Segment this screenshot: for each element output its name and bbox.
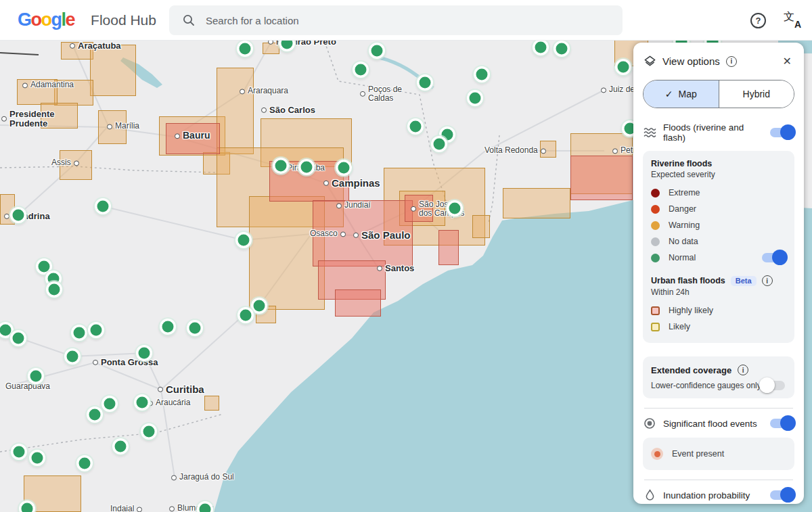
gauge-marker[interactable] [618, 62, 629, 73]
gauge-marker[interactable] [32, 452, 43, 464]
extended-coverage-card: Extended coverage i Lower-confidence gau… [643, 356, 794, 398]
logo-letter: e [66, 9, 75, 30]
gauge-marker[interactable] [420, 77, 431, 89]
gauge-marker[interactable] [0, 325, 12, 336]
normal-gauges-toggle[interactable] [762, 253, 785, 262]
close-icon[interactable]: ✕ [780, 53, 794, 69]
gauge-marker[interactable] [22, 503, 33, 512]
events-toggle[interactable] [770, 419, 793, 428]
flood-warning-area [17, 79, 58, 105]
divider [644, 480, 793, 480]
severity-label: Warning [669, 220, 786, 230]
severity-legend-row: Warning [651, 217, 786, 233]
gauge-marker[interactable] [30, 371, 42, 382]
gauge-marker[interactable] [556, 43, 568, 55]
inundation-toggle[interactable] [770, 490, 793, 500]
riverine-title: Riverine floods [651, 159, 786, 168]
gauge-marker[interactable] [162, 321, 174, 333]
layers-icon [643, 55, 656, 68]
floods-layer-label: Floods (riverine and flash) [663, 122, 763, 143]
gauge-marker[interactable] [434, 139, 445, 150]
floods-toggle[interactable] [770, 128, 793, 137]
gauge-marker[interactable] [79, 458, 91, 469]
flood-warning-area [0, 194, 15, 225]
urban-info-icon[interactable]: i [762, 275, 773, 286]
severity-legend-row: Danger [651, 201, 786, 217]
urban-title: Urban flash floods [651, 276, 725, 285]
gauge-marker[interactable] [189, 323, 201, 334]
gauge-marker[interactable] [338, 162, 350, 174]
urban-legend-row: Likely [651, 319, 786, 335]
severity-label: Extreme [669, 188, 786, 197]
divider [644, 408, 793, 409]
gauge-marker[interactable] [48, 273, 60, 285]
flood-danger-area [438, 230, 459, 265]
google-logo: Google [18, 11, 74, 29]
search-bar[interactable] [169, 5, 623, 35]
logo-letter: g [51, 9, 62, 30]
help-icon[interactable]: ? [750, 13, 766, 28]
gauge-marker[interactable] [13, 210, 24, 221]
gauge-marker[interactable] [238, 235, 250, 246]
gauge-marker[interactable] [355, 64, 367, 76]
gauge-marker[interactable] [143, 426, 155, 438]
event-present-label: Event present [672, 449, 786, 459]
severity-legend-row: No data [651, 233, 786, 250]
events-layer-label: Significant flood events [663, 419, 763, 429]
severity-label: Danger [669, 204, 786, 214]
severity-label: No data [669, 237, 786, 246]
gauge-marker[interactable] [97, 201, 109, 212]
severity-swatch [651, 254, 660, 262]
logo-letter: o [31, 9, 41, 30]
riverine-subtitle: Expected severity [651, 170, 786, 179]
gauge-marker[interactable] [49, 284, 60, 296]
extended-coverage-title: Extended coverage [651, 365, 731, 375]
event-icon [643, 417, 656, 429]
flood-warning-area [503, 188, 570, 218]
flood-danger-area [405, 195, 433, 222]
extended-coverage-toggle[interactable] [762, 381, 785, 390]
language-icon[interactable]: 文A [784, 11, 801, 29]
gauge-marker[interactable] [89, 409, 101, 421]
urban-swatch [651, 306, 660, 315]
gauge-marker[interactable] [442, 129, 453, 141]
gauge-marker[interactable] [240, 43, 251, 55]
gauge-marker[interactable] [410, 121, 422, 133]
gauge-marker[interactable] [254, 300, 265, 312]
flood-danger-area [166, 123, 220, 154]
tab-map[interactable]: ✓ Map [644, 80, 719, 108]
search-input[interactable] [204, 14, 572, 27]
severity-legend-row: Extreme [651, 185, 786, 201]
gauge-marker[interactable] [13, 333, 24, 344]
gauge-marker[interactable] [470, 93, 481, 104]
flood-warning-area [217, 68, 254, 154]
gauge-marker[interactable] [371, 45, 383, 57]
gauge-marker[interactable] [535, 42, 547, 53]
gauge-marker[interactable] [115, 441, 127, 452]
gauge-marker[interactable] [137, 397, 148, 409]
urban-label: Highly likely [669, 306, 786, 315]
gauge-marker[interactable] [14, 446, 25, 458]
top-app-bar: Google Flood Hub ? 文A [0, 0, 812, 41]
tab-hybrid[interactable]: Hybrid [719, 80, 794, 108]
gauge-marker[interactable] [476, 69, 488, 80]
gauge-marker[interactable] [275, 160, 287, 172]
gauge-marker[interactable] [240, 310, 252, 321]
urban-subtitle: Within 24h [651, 287, 786, 297]
gauge-marker[interactable] [91, 325, 102, 336]
gauge-marker[interactable] [104, 398, 116, 410]
gauge-marker[interactable] [39, 261, 50, 273]
gauge-marker[interactable] [74, 327, 85, 339]
map-type-switcher: ✓ Map Hybrid [643, 80, 794, 108]
severity-swatch [651, 221, 660, 230]
gauge-marker[interactable] [449, 203, 461, 214]
gauge-marker[interactable] [139, 348, 150, 359]
panel-title: View options [662, 55, 720, 67]
search-icon [183, 14, 195, 26]
gauge-marker[interactable] [67, 351, 78, 363]
extended-coverage-info-icon[interactable]: i [738, 365, 748, 375]
view-options-info-icon[interactable]: i [726, 56, 737, 67]
gauge-marker[interactable] [301, 162, 313, 173]
gauge-marker[interactable] [200, 504, 211, 512]
flood-warning-area [54, 80, 93, 106]
